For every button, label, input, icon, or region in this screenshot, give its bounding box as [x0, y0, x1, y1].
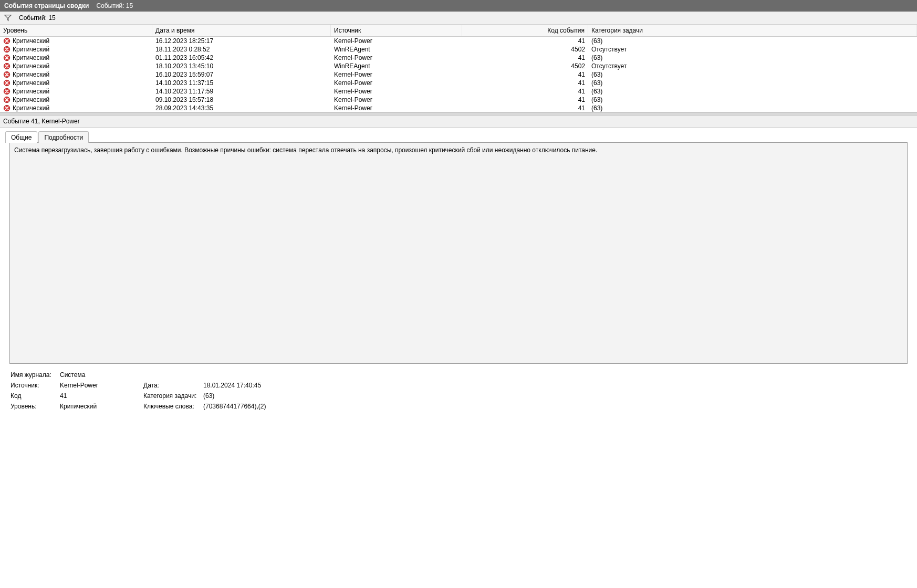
cell-source: Kernel-Power — [331, 87, 462, 96]
col-header-datetime[interactable]: Дата и время — [152, 25, 331, 36]
cell-source: Kernel-Power — [331, 104, 462, 112]
cell-category: (63) — [588, 70, 917, 79]
tab-details[interactable]: Подробности — [38, 131, 89, 143]
cell-datetime: 14.10.2023 11:17:59 — [152, 87, 331, 96]
value-level: Критический — [60, 403, 141, 410]
col-header-event-id[interactable]: Код события — [462, 25, 588, 36]
cell-source: WinREAgent — [331, 62, 462, 70]
cell-event-id: 41 — [462, 79, 588, 87]
error-icon — [3, 96, 11, 103]
error-icon — [3, 88, 11, 95]
cell-source: Kernel-Power — [331, 54, 462, 62]
cell-source: Kernel-Power — [331, 37, 462, 45]
level-text: Критический — [13, 96, 49, 103]
cell-level: Критический — [0, 104, 152, 112]
error-icon — [3, 79, 11, 87]
cell-category: Отсутствует — [588, 62, 917, 70]
cell-event-id: 41 — [462, 87, 588, 96]
cell-category: Отсутствует — [588, 45, 917, 54]
cell-category: (63) — [588, 96, 917, 104]
label-keywords: Ключевые слова: — [143, 403, 201, 410]
cell-level: Критический — [0, 62, 152, 70]
cell-level: Критический — [0, 79, 152, 87]
cell-event-id: 41 — [462, 104, 588, 112]
error-icon — [3, 54, 11, 61]
table-row[interactable]: Критический01.11.2023 16:05:42Kernel-Pow… — [0, 54, 917, 62]
cell-level: Критический — [0, 54, 152, 62]
cell-level: Критический — [0, 45, 152, 54]
level-text: Критический — [13, 62, 49, 70]
table-row[interactable]: Критический18.11.2023 0:28:52WinREAgent4… — [0, 45, 917, 54]
label-date: Дата: — [143, 382, 201, 389]
table-row[interactable]: Критический16.12.2023 18:25:17Kernel-Pow… — [0, 37, 917, 45]
detail-tabs: Общие Подробности — [0, 128, 917, 142]
events-grid: Уровень Дата и время Источник Код событи… — [0, 25, 917, 112]
cell-category: (63) — [588, 37, 917, 45]
cell-source: WinREAgent — [331, 45, 462, 54]
cell-source: Kernel-Power — [331, 79, 462, 87]
cell-datetime: 16.12.2023 18:25:17 — [152, 37, 331, 45]
col-header-level[interactable]: Уровень — [0, 25, 152, 36]
cell-datetime: 18.11.2023 0:28:52 — [152, 45, 331, 54]
error-icon — [3, 37, 11, 45]
window-title: События страницы сводки — [4, 2, 89, 9]
cell-level: Критический — [0, 87, 152, 96]
table-row[interactable]: Критический14.10.2023 11:37:15Kernel-Pow… — [0, 79, 917, 87]
cell-category: (63) — [588, 54, 917, 62]
label-source: Источник: — [11, 382, 58, 389]
cell-category: (63) — [588, 104, 917, 112]
cell-datetime: 01.11.2023 16:05:42 — [152, 54, 331, 62]
cell-category: (63) — [588, 87, 917, 96]
table-row[interactable]: Критический28.09.2023 14:43:35Kernel-Pow… — [0, 104, 917, 112]
cell-datetime: 18.10.2023 13:45:10 — [152, 62, 331, 70]
col-header-category[interactable]: Категория задачи — [588, 25, 917, 36]
level-text: Критический — [13, 104, 49, 112]
detail-description: Система перезагрузилась, завершив работу… — [10, 143, 907, 363]
filter-bar: Событий: 15 — [0, 12, 917, 25]
cell-datetime: 28.09.2023 14:43:35 — [152, 104, 331, 112]
label-level: Уровень: — [11, 403, 58, 410]
table-row[interactable]: Критический09.10.2023 15:57:18Kernel-Pow… — [0, 96, 917, 104]
cell-datetime: 09.10.2023 15:57:18 — [152, 96, 331, 104]
value-keywords: (70368744177664),(2) — [203, 403, 906, 410]
cell-event-id: 41 — [462, 54, 588, 62]
label-log-name: Имя журнала: — [11, 371, 58, 379]
grid-body: Критический16.12.2023 18:25:17Kernel-Pow… — [0, 37, 917, 112]
tab-general[interactable]: Общие — [5, 131, 37, 143]
error-icon — [3, 46, 11, 53]
level-text: Критический — [13, 88, 49, 95]
cell-event-id: 41 — [462, 37, 588, 45]
level-text: Критический — [13, 54, 49, 61]
cell-source: Kernel-Power — [331, 70, 462, 79]
cell-datetime: 16.10.2023 15:59:07 — [152, 70, 331, 79]
value-date: 18.01.2024 17:40:45 — [203, 382, 906, 389]
level-text: Критический — [13, 71, 49, 78]
level-text: Критический — [13, 46, 49, 53]
col-header-source[interactable]: Источник — [331, 25, 462, 36]
filter-icon[interactable] — [4, 14, 12, 22]
label-category: Категория задачи: — [143, 392, 201, 400]
table-row[interactable]: Критический18.10.2023 13:45:10WinREAgent… — [0, 62, 917, 70]
cell-source: Kernel-Power — [331, 96, 462, 104]
filterbar-count: Событий: 15 — [19, 14, 56, 22]
level-text: Критический — [13, 37, 49, 45]
label-event-id: Код — [11, 392, 58, 400]
cell-level: Критический — [0, 37, 152, 45]
table-row[interactable]: Критический14.10.2023 11:17:59Kernel-Pow… — [0, 87, 917, 96]
title-bar: События страницы сводки Событий: 15 — [0, 0, 917, 12]
cell-event-id: 4502 — [462, 62, 588, 70]
detail-info-grid: Имя журнала: Система Источник: Kernel-Po… — [0, 364, 917, 414]
value-category: (63) — [203, 392, 906, 400]
grid-header-row: Уровень Дата и время Источник Код событи… — [0, 25, 917, 37]
value-log-name: Система — [60, 371, 141, 379]
titlebar-count: Событий: 15 — [96, 2, 133, 9]
table-row[interactable]: Критический16.10.2023 15:59:07Kernel-Pow… — [0, 70, 917, 79]
level-text: Критический — [13, 79, 49, 87]
error-icon — [3, 71, 11, 78]
detail-title-bar: Событие 41, Kernel-Power — [0, 116, 917, 128]
cell-event-id: 41 — [462, 96, 588, 104]
error-icon — [3, 62, 11, 70]
error-icon — [3, 104, 11, 112]
value-event-id: 41 — [60, 392, 141, 400]
cell-level: Критический — [0, 96, 152, 104]
